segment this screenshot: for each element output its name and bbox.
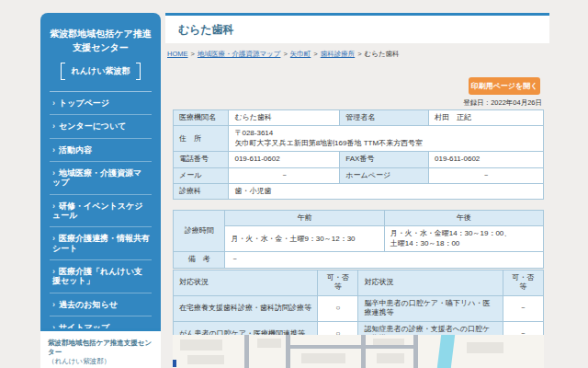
sidebar-title: 紫波郡地域包括ケア推進支援センター xyxy=(50,28,152,54)
title-card: むらた歯科 xyxy=(165,13,549,43)
registered-date: 登録日：2022年04月26日 xyxy=(366,98,542,108)
sidebar-item-about-center[interactable]: ›センターについて xyxy=(50,115,152,138)
phone-label: 電話番号 xyxy=(174,152,229,167)
sidebar-item-label: 医療介護連携・情報共有シート xyxy=(52,234,150,252)
breadcrumb-separator: > xyxy=(283,50,287,58)
sidebar-item-label: 地域医療・介護資源マップ xyxy=(52,168,141,187)
sidebar-item-top-page[interactable]: ›トップページ xyxy=(50,92,152,115)
sidebar-item-event-schedule[interactable]: ›研修・イベントスケジュール xyxy=(50,195,152,228)
table-row: 電話番号 019-611-0602 FAX番号 019-611-0602 xyxy=(174,152,544,167)
address-postal: 〒028-3614 xyxy=(234,129,537,138)
map-building-block xyxy=(377,353,404,363)
breadcrumb-link-dental-clinics[interactable]: 歯科診療所 xyxy=(321,50,356,58)
sidebar-footer: 紫波郡地域包括ケア推進支援センター （れんけい紫波郡） 〒028-3614 xyxy=(40,328,161,368)
table-row: 備 考 － xyxy=(174,252,544,268)
table-row: 在宅療養支援歯科診療・歯科訪問診療等 ○ 脳卒中患者の口腔ケア・嚥下リハ・医療連… xyxy=(174,295,544,321)
breadcrumb-separator: > xyxy=(191,50,195,58)
department-value: 歯・小児歯 xyxy=(229,183,544,199)
table-row: 診療時間 午前 午後 xyxy=(174,211,544,226)
table-row: 医療機関名 むらた歯科 管理者名 村田 正紀 xyxy=(174,110,544,126)
sidebar-item-label: 研修・イベントスケジュール xyxy=(52,201,142,220)
support-item-home-care-label: 在宅療養支援歯科診療・歯科訪問診療等 xyxy=(174,295,318,321)
sidebar-badge: れんけい紫波郡 xyxy=(61,63,141,80)
fax-value: 019-611-0602 xyxy=(429,152,544,167)
map-road xyxy=(244,335,249,368)
clinic-info-table: 医療機関名 むらた歯科 管理者名 村田 正紀 住 所 〒028-3614 矢巾町… xyxy=(173,109,544,200)
availability-header: 可・否等 xyxy=(318,270,358,296)
breadcrumb: HOME>地域医療・介護資源マップ>矢巾町>歯科診療所>むらた歯科 xyxy=(167,50,549,59)
clinic-name-label: 医療機関名 xyxy=(174,110,229,126)
sidebar-nav: ›トップページ ›センターについて ›活動内容 ›地域医療・介護資源マップ ›研… xyxy=(50,91,152,362)
support-status-header: 対応状況 xyxy=(174,270,318,296)
sidebar-badge-wrap: れんけい紫波郡 xyxy=(50,61,152,80)
availability-header: 可・否等 xyxy=(503,270,543,296)
chevron-right-icon: › xyxy=(52,145,55,155)
chevron-right-icon: › xyxy=(52,234,55,243)
map-building-block xyxy=(467,342,503,353)
map-road xyxy=(286,335,290,368)
footer-org-sub: （れんけい紫波郡） xyxy=(48,357,153,366)
footer-org-name: 紫波郡地域包括ケア推進支援センター xyxy=(48,339,153,357)
address-street: 矢巾町大字又兵エ新田第8地割169番地 TTM不来方西号室 xyxy=(234,139,537,148)
pm-hours-value: 月・火・水・金曜14：30～19：00、 土曜14：30～18：00 xyxy=(384,226,543,252)
support-item-stroke-care-label: 脳卒中患者の口腔ケア・嚥下リハ・医療連携等 xyxy=(358,295,503,321)
support-item-stroke-care-value: － xyxy=(503,295,543,321)
department-label: 診療科 xyxy=(174,183,229,199)
mail-value: － xyxy=(229,167,340,183)
page-title: むらた歯科 xyxy=(178,22,549,38)
breadcrumb-link-home[interactable]: HOME xyxy=(167,50,188,58)
map-road xyxy=(286,345,418,349)
map-river xyxy=(437,335,456,368)
table-row: 対応状況 可・否等 対応状況 可・否等 xyxy=(174,270,544,296)
breadcrumb-current: むらた歯科 xyxy=(365,50,400,58)
sidebar-item-label: トップページ xyxy=(59,98,109,108)
sidebar-item-resource-map[interactable]: ›地域医療・介護資源マップ xyxy=(50,162,152,195)
breadcrumb-separator: > xyxy=(313,50,317,58)
phone-value: 019-611-0602 xyxy=(229,152,340,167)
map-road xyxy=(361,335,366,368)
chevron-right-icon: › xyxy=(52,98,55,108)
hours-note-label: 備 考 xyxy=(174,252,225,268)
address-label: 住 所 xyxy=(174,126,229,152)
support-status-header: 対応状況 xyxy=(358,270,503,296)
sidebar-item-past-news[interactable]: ›過去のお知らせ xyxy=(50,293,152,316)
chevron-right-icon: › xyxy=(52,267,55,276)
chevron-right-icon: › xyxy=(52,121,55,131)
breadcrumb-separator: > xyxy=(357,50,361,58)
mail-label: メール xyxy=(174,167,229,183)
homepage-value: － xyxy=(429,167,544,183)
breadcrumb-link-resource-map[interactable]: 地域医療・介護資源マップ xyxy=(198,50,281,58)
sidebar: 紫波郡地域包括ケア推進支援センター れんけい紫波郡 ›トップページ ›センターに… xyxy=(40,13,161,366)
chevron-right-icon: › xyxy=(52,168,55,178)
map-building-block xyxy=(301,353,345,363)
pm-hours-saturday: 土曜14：30～18：00 xyxy=(390,239,537,248)
sidebar-item-label: 医療介護「れんけい支援セット」 xyxy=(52,267,142,285)
fax-label: FAX番号 xyxy=(340,152,429,167)
map-road xyxy=(413,335,418,368)
sidebar-item-label: 過去のお知らせ xyxy=(59,300,118,309)
chevron-right-icon: › xyxy=(52,300,55,309)
pm-hours-weekdays: 月・火・水・金曜14：30～19：00、 xyxy=(390,229,537,238)
breadcrumb-link-yahaba[interactable]: 矢巾町 xyxy=(290,50,311,58)
print-page-button[interactable]: 印刷用ページを開く xyxy=(469,77,540,95)
clinic-name-value: むらた歯科 xyxy=(229,110,340,126)
am-hours-value: 月・火・水・金・土曜9：30～12：30 xyxy=(225,226,384,252)
pm-header: 午後 xyxy=(384,211,543,226)
manager-value: 村田 正紀 xyxy=(429,110,544,126)
map-building-block xyxy=(187,355,224,364)
map-marker xyxy=(173,360,176,367)
table-row: 診療科 歯・小児歯 xyxy=(174,183,544,199)
hours-note-value: － xyxy=(225,252,544,268)
sidebar-item-info-share-sheet[interactable]: ›医療介護連携・情報共有シート xyxy=(50,227,152,260)
table-row: 住 所 〒028-3614 矢巾町大字又兵エ新田第8地割169番地 TTM不来方… xyxy=(174,126,544,152)
sidebar-item-activities[interactable]: ›活動内容 xyxy=(50,139,152,162)
chevron-right-icon: › xyxy=(52,201,55,211)
sidebar-item-support-set[interactable]: ›医療介護「れんけい支援セット」 xyxy=(50,260,152,293)
location-map[interactable] xyxy=(173,335,544,368)
consultation-hours-table: 診療時間 午前 午後 月・火・水・金・土曜9：30～12：30 月・火・水・金曜… xyxy=(173,210,544,269)
support-item-home-care-value: ○ xyxy=(318,295,358,321)
address-value: 〒028-3614 矢巾町大字又兵エ新田第8地割169番地 TTM不来方西号室 xyxy=(229,126,544,152)
sidebar-item-label: センターについて xyxy=(59,121,126,131)
sidebar-item-label: 活動内容 xyxy=(59,145,92,155)
map-building-block xyxy=(180,339,222,351)
